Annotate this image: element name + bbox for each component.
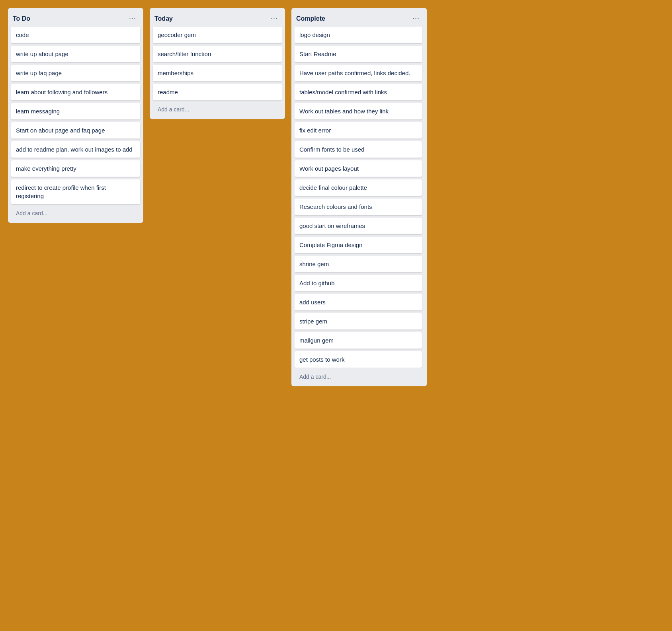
card-t6[interactable]: Start on about page and faq page <box>11 122 140 139</box>
card-c9[interactable]: decide final colour palette <box>295 179 422 196</box>
card-c3[interactable]: Have user paths confirmed, links decided… <box>295 65 422 82</box>
card-c12[interactable]: Complete Figma design <box>295 237 422 253</box>
column-menu-icon-complete[interactable]: ··· <box>410 14 422 23</box>
add-card-button-todo[interactable]: Add a card... <box>11 207 140 220</box>
column-title-todo: To Do <box>13 15 30 22</box>
card-t1[interactable]: code <box>11 27 140 43</box>
card-c4[interactable]: tables/model confirmed with links <box>295 84 422 101</box>
column-title-complete: Complete <box>296 15 325 22</box>
card-t8[interactable]: make everything pretty <box>11 160 140 177</box>
add-card-button-today[interactable]: Add a card... <box>153 103 282 116</box>
card-t9[interactable]: redirect to create profile when first re… <box>11 179 140 204</box>
column-menu-icon-today[interactable]: ··· <box>268 14 280 23</box>
card-c16[interactable]: stripe gem <box>295 313 422 330</box>
column-title-today: Today <box>154 15 173 22</box>
card-c1[interactable]: logo design <box>295 27 422 43</box>
column-today: Today···geocoder gemsearch/filter functi… <box>150 8 285 119</box>
card-td2[interactable]: search/filter function <box>153 46 282 62</box>
column-header-today: Today··· <box>153 12 282 27</box>
card-c11[interactable]: good start on wireframes <box>295 218 422 234</box>
card-c14[interactable]: Add to github <box>295 275 422 292</box>
cards-list-todo: codewrite up about pagewrite up faq page… <box>11 27 140 204</box>
card-t4[interactable]: learn about following and followers <box>11 84 140 101</box>
card-c5[interactable]: Work out tables and how they link <box>295 103 422 120</box>
card-t2[interactable]: write up about page <box>11 46 140 62</box>
kanban-board: To Do···codewrite up about pagewrite up … <box>8 8 664 386</box>
card-t5[interactable]: learn messaging <box>11 103 140 120</box>
card-t7[interactable]: add to readme plan. work out images to a… <box>11 141 140 158</box>
card-c6[interactable]: fix edit error <box>295 122 422 139</box>
column-complete: Complete···logo designStart ReadmeHave u… <box>291 8 427 386</box>
cards-list-complete: logo designStart ReadmeHave user paths c… <box>295 27 424 368</box>
card-t3[interactable]: write up faq page <box>11 65 140 82</box>
add-card-button-complete[interactable]: Add a card... <box>295 370 424 383</box>
card-c7[interactable]: Confirm fonts to be used <box>295 141 422 158</box>
card-c17[interactable]: mailgun gem <box>295 332 422 349</box>
column-header-todo: To Do··· <box>11 12 140 27</box>
cards-list-today: geocoder gemsearch/filter functionmember… <box>153 27 282 101</box>
column-header-complete: Complete··· <box>295 12 424 27</box>
card-c18[interactable]: get posts to work <box>295 351 422 368</box>
card-td1[interactable]: geocoder gem <box>153 27 282 43</box>
card-c2[interactable]: Start Readme <box>295 46 422 62</box>
card-c10[interactable]: Research colours and fonts <box>295 199 422 215</box>
card-td4[interactable]: readme <box>153 84 282 101</box>
card-td3[interactable]: memberships <box>153 65 282 82</box>
card-c13[interactable]: shrine gem <box>295 256 422 273</box>
card-c8[interactable]: Work out pages layout <box>295 160 422 177</box>
card-c15[interactable]: add users <box>295 294 422 311</box>
column-todo: To Do···codewrite up about pagewrite up … <box>8 8 143 223</box>
column-menu-icon-todo[interactable]: ··· <box>127 14 139 23</box>
